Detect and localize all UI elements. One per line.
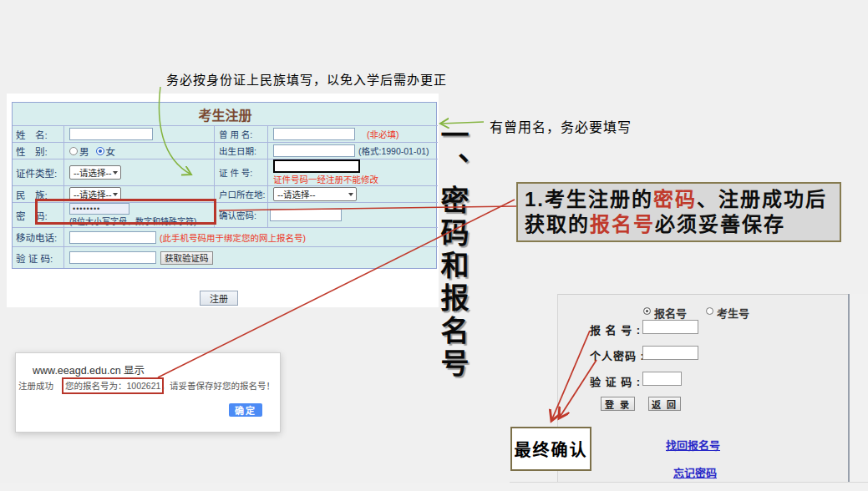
confirm-password-input[interactable] bbox=[270, 209, 342, 221]
login-captcha-input[interactable] bbox=[642, 372, 682, 386]
former-name-input[interactable] bbox=[273, 128, 355, 140]
back-button[interactable]: 返 回 bbox=[648, 397, 681, 411]
chevron-down-icon bbox=[113, 171, 118, 175]
former-name-label: 曾 用 名: bbox=[215, 126, 268, 143]
alert-dialog: www.eeagd.edu.cn 显示 注册成功您的报名号为：1002621，请… bbox=[15, 352, 281, 433]
birth-format-hint: (格式:1990-01-01) bbox=[358, 144, 429, 157]
registration-form: 考生注册 姓 名: 曾 用 名: (非必填) 性 别: 男 女 出生日期: (格… bbox=[12, 102, 437, 269]
birth-date-input[interactable] bbox=[273, 144, 355, 157]
id-type-select[interactable]: --请选择-- bbox=[69, 165, 121, 180]
panel-right-margin bbox=[850, 294, 868, 483]
gender-female-option[interactable]: 女 bbox=[106, 144, 116, 158]
id-number-input[interactable] bbox=[273, 159, 360, 173]
gender-female-radio-icon[interactable] bbox=[96, 147, 104, 155]
login-regno-label: 报 名 号 : bbox=[590, 321, 641, 337]
tip-box: 1.考生注册的密码、注册成功后获取的报名号必须妥善保存 bbox=[516, 182, 841, 242]
login-button[interactable]: 登 录 bbox=[601, 397, 635, 411]
login-regno-input[interactable] bbox=[642, 320, 698, 334]
confirm-password-label: 确认密码: bbox=[215, 203, 268, 228]
captcha-label: 验 证 码: bbox=[13, 247, 64, 268]
bottom-strip bbox=[0, 483, 868, 491]
login-captcha-label: 验 证 码 : bbox=[590, 373, 641, 389]
id-number-warning: 证件号码一经注册不能修改 bbox=[273, 173, 378, 185]
id-type-label: 证件类型: bbox=[13, 159, 64, 186]
gender-male-radio-icon[interactable] bbox=[69, 147, 78, 155]
section-title-vertical: 一、密码和报名号 bbox=[435, 120, 470, 381]
alert-status-text: 注册成功 bbox=[18, 381, 53, 391]
tip-password-highlight: 密码 bbox=[653, 188, 697, 210]
tip-regno-highlight: 报名号 bbox=[590, 213, 655, 235]
login-password-input[interactable] bbox=[642, 346, 698, 360]
tip-text: 必须妥善保存 bbox=[655, 213, 785, 235]
chevron-down-icon bbox=[113, 193, 118, 196]
final-confirm-callout: 最终确认 bbox=[510, 427, 591, 471]
slide-canvas: 务必按身份证上民族填写，以免入学后需办更正 考生注册 姓 名: 曾 用 名: (… bbox=[0, 0, 868, 491]
mobile-label: 移动电话: bbox=[13, 228, 64, 247]
chevron-down-icon bbox=[348, 193, 353, 196]
gender-label: 性 别: bbox=[13, 143, 64, 159]
mobile-hint: (此手机号码用于绑定您的网上报名号) bbox=[160, 231, 306, 244]
form-title: 考生注册 bbox=[13, 103, 438, 126]
get-captcha-button[interactable]: 获取验证码 bbox=[160, 251, 213, 265]
alert-title: www.eeagd.edu.cn 显示 bbox=[33, 362, 145, 377]
candno-radio-icon[interactable] bbox=[706, 307, 713, 315]
register-button[interactable]: 注册 bbox=[200, 291, 238, 306]
mobile-input[interactable] bbox=[69, 231, 156, 244]
regno-radio-icon[interactable] bbox=[643, 307, 651, 315]
password-highlight-rect bbox=[35, 199, 216, 225]
regno-highlight-text: 您的报名号为：1002621 bbox=[65, 381, 160, 391]
former-name-flag: (非必填) bbox=[367, 128, 399, 140]
name-label: 姓 名: bbox=[13, 126, 64, 143]
candno-radio-label[interactable]: 考生号 bbox=[717, 305, 749, 321]
birth-date-label: 出生日期: bbox=[215, 143, 268, 159]
household-select[interactable]: --请选择-- bbox=[273, 187, 357, 201]
regno-radio-label[interactable]: 报名号 bbox=[654, 305, 687, 321]
id-number-label: 证 件 号: bbox=[215, 159, 268, 186]
find-regno-link[interactable]: 找回报名号 bbox=[666, 437, 720, 453]
gender-male-option[interactable]: 男 bbox=[79, 144, 89, 158]
ethnicity-annotation: 务必按身份证上民族填写，以免入学后需办更正 bbox=[166, 70, 447, 88]
tip-text: 1.考生注册的 bbox=[525, 188, 653, 210]
forgot-password-link[interactable]: 忘记密码 bbox=[673, 464, 717, 480]
former-name-annotation: 有曾用名，务必要填写 bbox=[490, 116, 632, 136]
login-password-label: 个人密码 : bbox=[590, 347, 645, 363]
alert-suffix-text: ，请妥善保存好您的报名号！ bbox=[160, 381, 275, 391]
alert-message: 注册成功您的报名号为：1002621，请妥善保存好您的报名号！ bbox=[18, 379, 275, 392]
captcha-input[interactable] bbox=[69, 251, 156, 264]
name-input[interactable] bbox=[69, 128, 153, 140]
alert-ok-button[interactable]: 确定 bbox=[229, 403, 262, 417]
household-label: 户口所在地: bbox=[215, 186, 268, 203]
